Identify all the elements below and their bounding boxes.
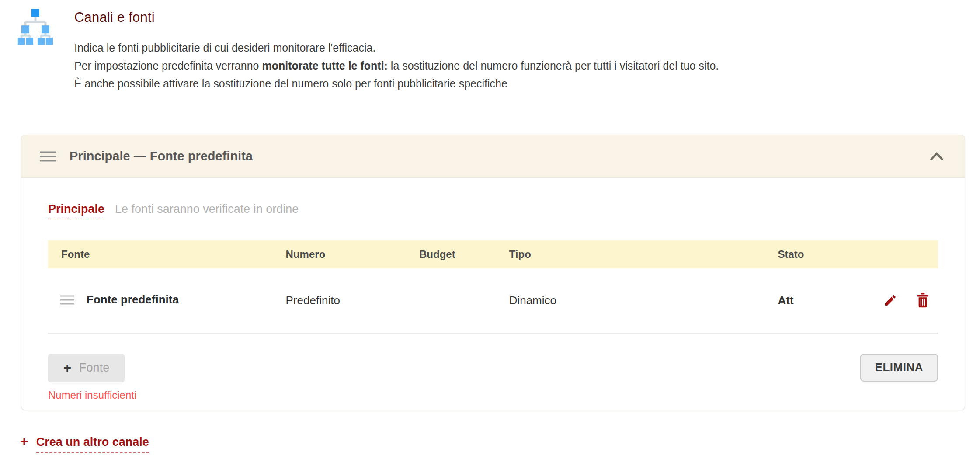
channel-name-row: Principale Le fonti saranno verificate i… <box>48 202 938 219</box>
add-source-label: Fonte <box>79 361 109 375</box>
hierarchy-icon <box>17 6 53 45</box>
error-message: Numeri insufficienti <box>48 389 136 401</box>
column-header-numero: Numero <box>286 240 419 268</box>
canali-e-fonti-page: Canali e fonti Indica le fonti pubblicit… <box>0 0 980 459</box>
description-line-3: È anche possibile attivare la sostituzio… <box>74 77 507 90</box>
drag-handle-icon[interactable] <box>60 295 74 305</box>
page-intro-text: Canali e fonti Indica le fonti pubblicit… <box>74 6 719 93</box>
create-channel-link[interactable]: + Crea un altro canale <box>20 433 980 453</box>
source-tipo: Dinamico <box>509 268 778 333</box>
create-channel-label[interactable]: Crea un altro canale <box>36 435 149 453</box>
source-name: Fonte predefinita <box>87 293 179 306</box>
delete-channel-button[interactable]: ELIMINA <box>860 354 938 382</box>
add-source-button[interactable]: + Fonte <box>48 354 125 382</box>
column-header-stato: Stato <box>778 240 868 268</box>
page-header: Canali e fonti Indica le fonti pubblicit… <box>0 0 980 93</box>
plus-icon: + <box>20 433 28 449</box>
chevron-up-icon[interactable] <box>927 147 946 166</box>
channel-panel-header[interactable]: Principale — Fonte predefinita <box>21 135 965 178</box>
sources-table: Fonte Numero Budget Tipo Stato <box>48 240 938 334</box>
channel-panel-body: Principale Le fonti saranno verificate i… <box>21 202 965 410</box>
add-source-group: + Fonte Numeri insufficienti <box>48 354 136 401</box>
channel-panel-title: Principale — Fonte predefinita <box>70 149 253 163</box>
column-header-actions <box>868 240 938 268</box>
page-description: Indica le fonti pubblicitarie di cui des… <box>74 39 719 93</box>
panel-footer: + Fonte Numeri insufficienti ELIMINA <box>48 354 938 401</box>
column-header-budget: Budget <box>419 240 509 268</box>
column-header-tipo: Tipo <box>509 240 778 268</box>
source-table-row: Fonte predefinita Predefinito Dinamico A… <box>48 268 938 333</box>
drag-handle-icon[interactable] <box>40 151 56 162</box>
description-line-2: Per impostazione predefinita verranno mo… <box>74 59 719 72</box>
trash-icon[interactable] <box>916 293 929 308</box>
edit-pencil-icon[interactable] <box>883 293 897 307</box>
page-title: Canali e fonti <box>74 10 719 25</box>
source-actions <box>868 268 938 333</box>
channel-order-hint: Le fonti saranno verificate in ordine <box>115 202 299 216</box>
column-header-fonte: Fonte <box>48 240 286 268</box>
source-cell-fonte: Fonte predefinita <box>48 268 286 333</box>
channel-panel: Principale — Fonte predefinita Principal… <box>21 135 965 410</box>
channel-name-link[interactable]: Principale <box>48 202 104 219</box>
sources-table-header-row: Fonte Numero Budget Tipo Stato <box>48 240 938 268</box>
source-numero: Predefinito <box>286 268 419 333</box>
source-budget <box>419 268 509 333</box>
source-stato: Att <box>778 268 868 333</box>
description-line-1: Indica le fonti pubblicitarie di cui des… <box>74 42 375 54</box>
plus-icon: + <box>63 360 71 376</box>
